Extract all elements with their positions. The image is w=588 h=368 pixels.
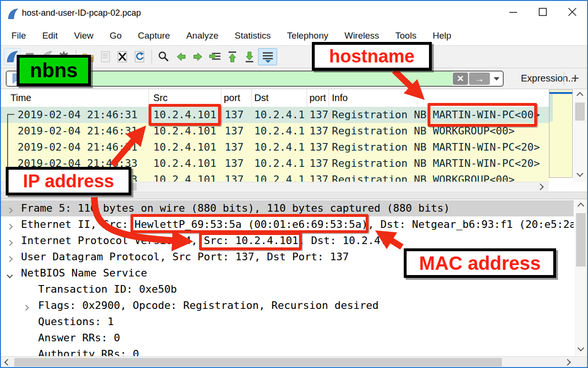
cell-dst: 10.2.4.1 [254,157,305,169]
cell-dst: 10.2.4.1 [254,109,305,121]
filter-apply-icon[interactable]: → [469,72,490,85]
save-file-icon[interactable] [97,48,114,65]
go-forward-icon[interactable] [189,48,207,65]
detail-text: Transaction ID: 0xe50b [38,283,177,295]
menu-item-statistics[interactable]: Statistics [235,31,271,41]
mac-address-annotation-text: MAC address [419,253,541,274]
menu-item-help[interactable]: Help [433,31,451,41]
scroll-up-icon[interactable] [575,201,587,211]
packet-list-minimap[interactable] [549,90,573,178]
cell-info: Registration NB WORKGROUP<00> [332,174,515,182]
menu-item-edit[interactable]: Edit [42,31,58,41]
column-header-dport[interactable]: port [309,92,326,103]
column-separator[interactable] [329,89,329,107]
close-button[interactable] [558,1,587,23]
column-header-sport[interactable]: port [224,92,240,103]
menu-item-telephony[interactable]: Telephony [287,31,329,41]
expander-closed-icon[interactable] [8,255,12,263]
column-header-dst[interactable]: Dst [254,92,269,103]
find-packet-icon[interactable] [155,48,172,65]
menu-item-capture[interactable]: Capture [138,31,170,41]
add-filter-button[interactable]: + [571,71,579,86]
detail-row[interactable]: Questions: 1 [1,314,574,330]
expander-closed-icon[interactable] [8,206,12,215]
menu-item-go[interactable]: Go [110,31,121,41]
expander-closed-icon[interactable] [24,303,28,312]
menu-item-file[interactable]: File [11,31,26,41]
minimize-button[interactable] [498,1,528,23]
cell-sport: 137 [225,141,244,153]
expander-closed-icon[interactable] [8,222,12,231]
go-back-icon[interactable] [172,48,189,65]
packet-list-vscrollbar[interactable] [574,89,586,182]
cell-dport: 137 [309,125,329,137]
detail-hscrollbar[interactable] [1,356,587,368]
column-separator[interactable] [221,89,221,107]
scroll-down-icon[interactable] [575,343,587,353]
scroll-down-icon[interactable] [574,168,586,179]
detail-row[interactable]: Flags: 0x2900, Opcode: Registration, Rec… [1,297,574,314]
go-to-first-packet-icon[interactable] [224,48,241,65]
column-header-src[interactable]: Src [153,92,168,103]
maximize-button[interactable] [528,1,558,23]
cell-src: 10.2.4.101 [153,157,216,169]
go-to-packet-icon[interactable] [207,48,224,65]
packet-row[interactable]: 2019-02-04 21:46:3110.2.4.10113710.2.4.1… [1,139,549,155]
auto-scroll-icon[interactable] [258,48,277,65]
hostname-annotation-label: hostname [312,42,432,71]
annotation-box-mac [130,214,369,233]
detail-row[interactable]: Authority RRs: 0 [1,346,574,356]
cell-dst: 10.2.4.1 [254,125,305,137]
scroll-right-icon[interactable] [534,182,547,191]
column-header-time[interactable]: Time [10,92,31,103]
expander-closed-icon[interactable] [8,238,12,247]
reload-file-icon[interactable] [131,48,148,65]
detail-text: Frame 5: 110 bytes on wire (880 bits), 1… [21,202,450,214]
filter-clear-icon[interactable]: ✕ [453,72,468,85]
minimap-selected-marker [549,92,572,94]
cell-info: Registration NB MARTIN-WIN-PC<20> [332,141,540,153]
expander-open-icon[interactable] [8,271,12,279]
hostname-annotation-text: hostname [329,46,414,67]
cell-dst: 10.2.4.1 [254,174,305,182]
ip-address-annotation-label: IP address [6,167,131,195]
scroll-up-icon[interactable] [574,90,586,101]
column-header-info[interactable]: Info [332,92,348,103]
column-separator[interactable] [251,89,252,107]
related-packet-bracket [7,114,14,115]
close-file-icon[interactable] [114,48,131,65]
window-controls [498,1,587,23]
wireshark-window: host-and-user-ID-pcap-02.pcap FileEditVi… [0,0,588,368]
menu-item-analyze[interactable]: Analyze [186,31,219,41]
menu-bar: FileEditViewGoCaptureAnalyzeStatisticsTe… [1,26,587,45]
detail-row[interactable]: Transaction ID: 0xe50b [1,281,574,297]
menu-item-wireless[interactable]: Wireless [344,31,379,41]
hscroll-thumb[interactable] [14,358,502,367]
go-to-last-packet-icon[interactable] [241,48,258,65]
minimap-region-marker [549,94,553,122]
cell-dst: 10.2.4.1 [254,141,305,153]
vscroll-thumb[interactable] [575,102,585,121]
cell-time: 2019-02-04 21:46:31 [18,141,138,153]
vscroll-thumb[interactable] [576,213,586,266]
detail-text: Questions: 1 [38,316,114,327]
menu-item-tools[interactable]: Tools [395,31,416,41]
annotation-box-hostname [428,103,537,127]
title-bar: host-and-user-ID-pcap-02.pcap [1,1,587,26]
detail-row[interactable]: Answer RRs: 0 [1,330,574,346]
scroll-left-icon[interactable] [2,358,13,367]
cell-time: 2019-02-04 21:46:31 [18,109,138,121]
cell-sport: 137 [225,174,244,182]
cell-sport: 137 [225,125,244,137]
menu-item-view[interactable]: View [74,31,93,41]
column-separator[interactable] [307,89,307,107]
cell-sport: 137 [225,109,244,121]
detail-text: Flags: 0x2900, Opcode: Registration, Rec… [38,299,379,311]
filter-dropdown-caret-icon[interactable] [490,72,503,86]
filterbar-divider [564,72,564,85]
annotation-box-src-ip [149,104,221,126]
expression-button[interactable]: Expression... [521,73,576,84]
scroll-right-icon[interactable] [562,358,573,367]
detail-vscrollbar[interactable] [575,200,587,356]
cell-info: Registration NB MARTIN-WIN-PC<20> [332,157,540,169]
